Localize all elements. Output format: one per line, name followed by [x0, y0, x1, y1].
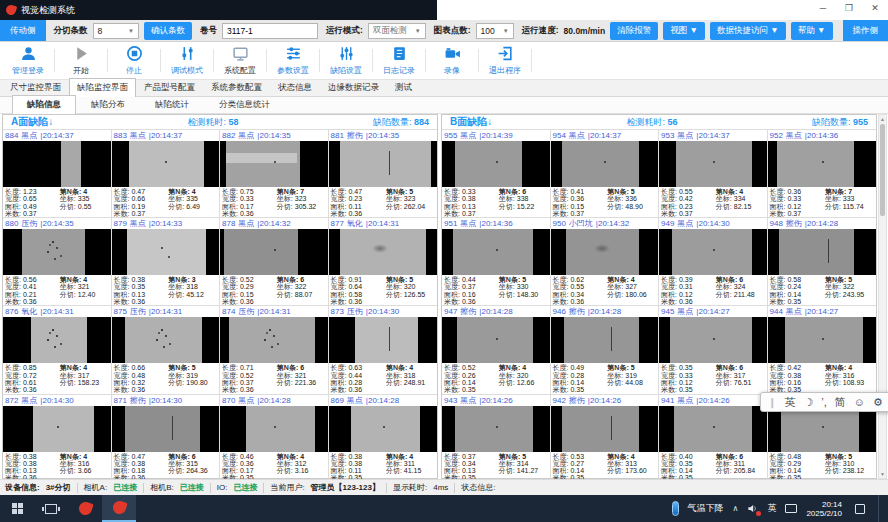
defect-image[interactable] [659, 317, 767, 363]
toolbar-journal-button[interactable]: 日志记录 [373, 42, 425, 79]
defect-image[interactable] [3, 406, 111, 452]
defect-image[interactable] [112, 317, 220, 363]
defect-image[interactable] [659, 406, 767, 452]
weather-text[interactable]: 气温下降 [688, 502, 724, 515]
roll-number-input[interactable] [222, 23, 318, 39]
defect-image[interactable] [551, 141, 659, 187]
toolbar-monitor-button[interactable]: 系统配置 [214, 42, 266, 79]
toolbar-camera-button[interactable]: 录像 [426, 42, 478, 79]
defect-cell[interactable]: 941 黑点 |20:14:26 长度:0.40宽度:0.35面积:0.14米数… [659, 395, 768, 483]
defect-cell[interactable]: 948 擦伤 |20:14:28 长度:0.58宽度:0.24面积:0.14米数… [768, 218, 877, 306]
ime-drag-handle[interactable]: ❙ [768, 397, 776, 408]
defect-cell[interactable]: 883 黑点 |20:14:37 长度:0.47宽度:0.66面积:0.19米数… [112, 130, 221, 218]
taskbar-clock[interactable]: 20:14 2025/2/10 [806, 500, 842, 518]
chart-points-select[interactable]: 100 ▼ [476, 23, 514, 39]
help-menu-button[interactable]: 帮助 ▼ [791, 22, 833, 40]
main-tab-4[interactable]: 状态信息 [270, 78, 320, 96]
operator-side-button[interactable]: 操作侧 [843, 20, 888, 41]
defect-cell[interactable]: 944 黑点 |20:14:27 长度:0.42宽度:0.38面积:0.16米数… [768, 306, 877, 394]
defect-image[interactable] [551, 317, 659, 363]
defect-cell[interactable]: 880 压伤 |20:14:35 长度:0.56宽度:0.41面积:0.21米数… [3, 218, 112, 306]
defect-image[interactable] [3, 229, 111, 275]
defect-cell[interactable]: 952 黑点 |20:14:36 长度:0.36宽度:0.33面积:0.12米数… [768, 130, 877, 218]
thermometer-icon[interactable] [672, 501, 679, 516]
scroll-up-icon[interactable]: ▲ [880, 115, 885, 123]
defect-image[interactable] [112, 229, 220, 275]
defect-cell[interactable]: 950 小凹坑 |20:14:32 长度:0.62宽度:0.55面积:0.34米… [551, 218, 660, 306]
defect-image[interactable] [329, 317, 438, 363]
scroll-down-icon[interactable]: ▼ [880, 470, 885, 478]
defect-cell[interactable]: 870 黑点 |20:14:28 长度:0.46宽度:0.36面积:0.17米数… [220, 395, 329, 483]
defect-image[interactable] [442, 229, 550, 275]
running-app-button[interactable] [102, 495, 136, 522]
vertical-scrollbar[interactable]: ▲ ▼ [878, 114, 887, 479]
volume-icon[interactable] [747, 503, 758, 514]
ime-item-1[interactable]: ☽ [803, 396, 813, 409]
main-tab-2[interactable]: 产品型号配置 [136, 78, 203, 96]
defect-cell[interactable]: 872 黑点 |20:14:30 长度:0.38宽度:0.38面积:0.13米数… [3, 395, 112, 483]
defect-image[interactable] [551, 406, 659, 452]
defect-cell[interactable]: 877 氧化 |20:14:31 长度:0.91宽度:0.64面积:0.58米数… [329, 218, 438, 306]
defect-image[interactable] [220, 141, 328, 187]
toolbar-sliders-v-button[interactable]: 缺陷设置 [320, 42, 372, 79]
ime-item-4[interactable]: ☺ [854, 396, 865, 408]
main-tab-1[interactable]: 缺陷监控界面 [69, 78, 136, 97]
sub-tab-0[interactable]: 缺陷信息 [12, 95, 76, 114]
ime-item-5[interactable]: ⚙ [873, 396, 883, 409]
slit-count-select[interactable]: 8 ▼ [93, 23, 139, 39]
close-button[interactable]: ✕ [862, 0, 888, 16]
run-mode-select[interactable]: 双面检测 ▼ [368, 23, 426, 39]
main-tab-5[interactable]: 边缘数据记录 [320, 78, 387, 96]
defect-cell[interactable]: 945 黑点 |20:14:27 长度:0.35宽度:0.33面积:0.12米数… [659, 306, 768, 394]
sub-tab-1[interactable]: 缺陷分布 [76, 95, 140, 113]
defect-cell[interactable]: 882 黑点 |20:14:35 长度:0.75宽度:0.33面积:0.17米数… [220, 130, 329, 218]
toolbar-user-button[interactable]: 管理登录 [2, 42, 54, 79]
defect-image[interactable] [329, 406, 438, 452]
maximize-button[interactable]: ❐ [836, 0, 862, 16]
defect-cell[interactable]: 881 擦伤 |20:14:35 长度:0.47宽度:0.23面积:0.11米数… [329, 130, 438, 218]
defect-cell[interactable]: 946 擦伤 |20:14:28 长度:0.49宽度:0.28面积:0.14米数… [551, 306, 660, 394]
clear-alarm-button[interactable]: 清除报警 [610, 22, 658, 40]
toolbar-stop-button[interactable]: 停止 [108, 42, 160, 79]
sub-tab-2[interactable]: 缺陷统计 [140, 95, 204, 113]
defect-image[interactable] [220, 406, 328, 452]
toolbar-tune-button[interactable]: 调试模式 [161, 42, 213, 79]
defect-image[interactable] [112, 406, 220, 452]
defect-cell[interactable]: 942 擦伤 |20:14:26 长度:0.53宽度:0.27面积:0.14米数… [551, 395, 660, 483]
defect-image[interactable] [442, 141, 550, 187]
tray-expand-icon[interactable]: ∧ [733, 504, 739, 513]
defect-cell[interactable]: 884 黑点 |20:14:37 长度:1.23宽度:0.65面积:0.49米数… [3, 130, 112, 218]
defect-image[interactable] [551, 229, 659, 275]
defect-cell[interactable]: 871 擦伤 |20:14:30 长度:0.47宽度:0.38面积:0.18米数… [112, 395, 221, 483]
defect-cell[interactable]: 951 黑点 |20:14:36 长度:0.44宽度:0.37面积:0.16米数… [442, 218, 551, 306]
defect-cell[interactable]: 873 压伤 |20:14:30 长度:0.63宽度:0.44面积:0.28米数… [329, 306, 438, 394]
ime-item-2[interactable]: ’, [821, 396, 827, 408]
confirm-count-button[interactable]: 确认条数 [144, 22, 192, 40]
sub-tab-3[interactable]: 分类信息统计 [204, 95, 285, 113]
defect-image[interactable] [220, 317, 328, 363]
defect-image[interactable] [768, 406, 877, 452]
show-desktop-button[interactable] [878, 495, 882, 522]
touch-keyboard-icon[interactable] [785, 504, 797, 513]
defect-cell[interactable]: 953 黑点 |20:14:37 长度:0.55宽度:0.42面积:0.23米数… [659, 130, 768, 218]
defect-image[interactable] [768, 141, 877, 187]
defect-cell[interactable]: 876 氧化 |20:14:31 长度:0.85宽度:0.72面积:0.61米数… [3, 306, 112, 394]
defect-image[interactable] [3, 141, 111, 187]
defect-cell[interactable]: 943 黑点 |20:14:26 长度:0.37宽度:0.34面积:0.13米数… [442, 395, 551, 483]
scrollbar-thumb[interactable] [880, 124, 885, 216]
defect-cell[interactable]: 954 黑点 |20:14:37 长度:0.41宽度:0.36面积:0.15米数… [551, 130, 660, 218]
ime-item-3[interactable]: 简 [835, 395, 846, 410]
ime-language-indicator[interactable]: 英 [767, 502, 776, 515]
defect-image[interactable] [442, 317, 550, 363]
ime-item-0[interactable]: 英 [784, 395, 795, 410]
pinned-app-button[interactable] [68, 495, 102, 522]
ime-toolbar[interactable]: ❙英☽’,简☺⚙ [760, 392, 888, 412]
defect-image[interactable] [659, 229, 767, 275]
toolbar-play-button[interactable]: 开始 [55, 42, 107, 79]
toolbar-exit-button[interactable]: 退出程序 [479, 42, 531, 79]
view-menu-button[interactable]: 视图 ▼ [663, 22, 705, 40]
defect-cell[interactable]: 874 压伤 |20:14:31 长度:0.71宽度:0.52面积:0.37米数… [220, 306, 329, 394]
task-view-button[interactable] [34, 495, 68, 522]
main-tab-6[interactable]: 测试 [387, 78, 420, 96]
defect-image[interactable] [329, 229, 438, 275]
